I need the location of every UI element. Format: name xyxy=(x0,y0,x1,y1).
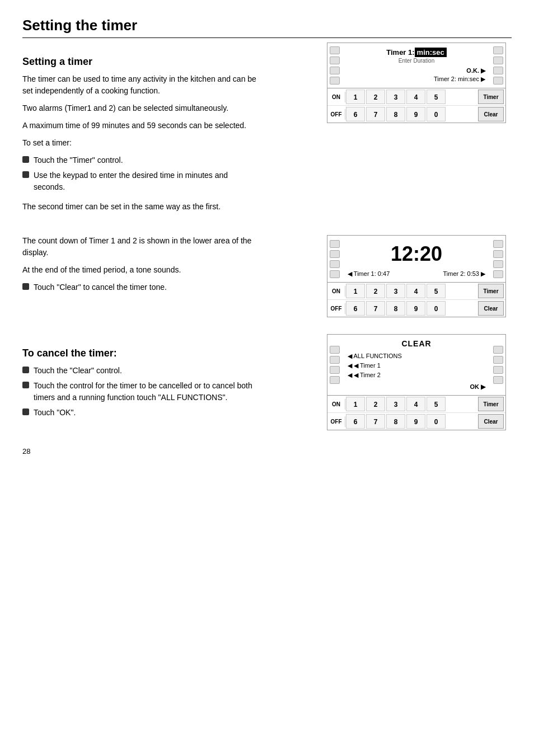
keypad-row-off-2: OFF 6 7 8 9 0 Clear xyxy=(327,300,505,317)
clear-button-1[interactable]: Clear xyxy=(478,107,504,121)
timer2-item[interactable]: ◀ Timer 2 xyxy=(348,372,485,379)
key-1[interactable]: 1 xyxy=(346,284,365,298)
bullet-icon xyxy=(22,382,29,388)
key-7[interactable]: 7 xyxy=(366,107,385,121)
side-controls-right-3 xyxy=(491,335,505,395)
side-button[interactable] xyxy=(493,67,503,74)
keypad-row-on-1: ON 1 2 3 4 5 Timer xyxy=(327,88,505,106)
section1-display: Timer 1:min:sec Enter Duration O.K. ▶ Ti… xyxy=(327,43,512,218)
key-2[interactable]: 2 xyxy=(366,397,385,411)
key-3[interactable]: 3 xyxy=(386,284,405,298)
section1-para1: The timer can be used to time any activi… xyxy=(22,73,257,97)
page-number: 28 xyxy=(22,447,512,456)
key-3[interactable]: 3 xyxy=(386,90,405,104)
timer-button-3[interactable]: Timer xyxy=(478,397,504,411)
ok-label-3[interactable]: OK ▶ xyxy=(348,383,485,391)
key-9[interactable]: 9 xyxy=(406,414,425,429)
side-button[interactable] xyxy=(330,260,340,268)
clear-button-3[interactable]: Clear xyxy=(478,414,504,429)
side-button[interactable] xyxy=(493,240,503,248)
key-5[interactable]: 5 xyxy=(427,90,446,104)
clear-button-2[interactable]: Clear xyxy=(478,301,504,316)
section1-para4: To set a timer: xyxy=(22,137,257,149)
on-label: ON xyxy=(327,399,345,410)
timer-button-2[interactable]: Timer xyxy=(478,284,504,298)
side-button[interactable] xyxy=(330,46,340,54)
timer2-label-1[interactable]: Timer 2: min:sec ▶ xyxy=(348,76,485,83)
key-3[interactable]: 3 xyxy=(386,397,405,411)
section3-display: CLEAR ALL FUNCTIONS ◀ Timer 1 ◀ Timer 2 … xyxy=(327,334,512,430)
display-panel-2: 12:20 Timer 1: 0:47 Timer 2: 0:53 xyxy=(327,235,506,283)
timer2-countdown[interactable]: Timer 2: 0:53 xyxy=(443,270,485,278)
side-button[interactable] xyxy=(493,270,503,278)
key-2[interactable]: 2 xyxy=(366,284,385,298)
side-button[interactable] xyxy=(493,366,503,374)
key-1[interactable]: 1 xyxy=(346,90,365,104)
section3-heading: To cancel the timer: xyxy=(22,348,316,359)
bullet-icon xyxy=(22,408,29,415)
timer1-label-highlight: min:sec xyxy=(415,48,447,57)
keypad-3: ON 1 2 3 4 5 Timer OFF 6 7 8 9 0 Clear xyxy=(327,396,506,430)
ok-label-1[interactable]: O.K. ▶ xyxy=(348,67,485,74)
side-button[interactable] xyxy=(493,346,503,354)
side-controls-left-2 xyxy=(327,236,342,282)
side-button[interactable] xyxy=(493,57,503,64)
side-button[interactable] xyxy=(330,67,340,74)
key-6[interactable]: 6 xyxy=(346,301,365,316)
key-6[interactable]: 6 xyxy=(346,414,365,429)
side-button[interactable] xyxy=(330,77,340,84)
display-panel-1: Timer 1:min:sec Enter Duration O.K. ▶ Ti… xyxy=(327,43,506,88)
side-button[interactable] xyxy=(330,57,340,64)
bullet-icon xyxy=(22,171,29,178)
side-button[interactable] xyxy=(493,356,503,364)
off-label: OFF xyxy=(327,303,345,314)
section2-para1: The count down of Timer 1 and 2 is shown… xyxy=(22,235,257,259)
key-0[interactable]: 0 xyxy=(427,414,446,429)
keypad-1: ON 1 2 3 4 5 Timer OFF 6 7 8 9 0 Clear xyxy=(327,88,506,123)
key-4[interactable]: 4 xyxy=(406,284,425,298)
side-button[interactable] xyxy=(493,260,503,268)
side-button[interactable] xyxy=(330,240,340,248)
side-button[interactable] xyxy=(493,376,503,384)
section1-bullet2: Use the keypad to enter the desired time… xyxy=(22,170,257,193)
key-4[interactable]: 4 xyxy=(406,397,425,411)
bullet-icon xyxy=(22,156,29,163)
section3-bullet2: Touch the control for the timer to be ca… xyxy=(22,380,257,403)
section-cancel-timer: To cancel the timer: Touch the "Clear" c… xyxy=(22,334,512,430)
side-button[interactable] xyxy=(493,77,503,84)
timer1-countdown[interactable]: Timer 1: 0:47 xyxy=(348,270,390,278)
key-9[interactable]: 9 xyxy=(406,301,425,316)
key-2[interactable]: 2 xyxy=(366,90,385,104)
side-button[interactable] xyxy=(330,366,340,374)
side-button[interactable] xyxy=(330,250,340,258)
on-label: ON xyxy=(327,286,345,297)
key-8[interactable]: 8 xyxy=(386,414,405,429)
key-8[interactable]: 8 xyxy=(386,301,405,316)
side-button[interactable] xyxy=(330,270,340,278)
screen-area-3: CLEAR ALL FUNCTIONS ◀ Timer 1 ◀ Timer 2 … xyxy=(342,335,491,395)
key-7[interactable]: 7 xyxy=(366,301,385,316)
section1-text: Setting a timer The timer can be used to… xyxy=(22,43,316,218)
key-5[interactable]: 5 xyxy=(427,397,446,411)
key-6[interactable]: 6 xyxy=(346,107,365,121)
key-5[interactable]: 5 xyxy=(427,284,446,298)
side-button[interactable] xyxy=(330,356,340,364)
section1-para3: A maximum time of 99 minutes and 59 seco… xyxy=(22,120,257,132)
key-4[interactable]: 4 xyxy=(406,90,425,104)
key-7[interactable]: 7 xyxy=(366,414,385,429)
side-button[interactable] xyxy=(493,46,503,54)
key-9[interactable]: 9 xyxy=(406,107,425,121)
key-8[interactable]: 8 xyxy=(386,107,405,121)
section3-bullet1: Touch the "Clear" control. xyxy=(22,365,257,377)
key-0[interactable]: 0 xyxy=(427,107,446,121)
side-button[interactable] xyxy=(330,346,340,354)
key-1[interactable]: 1 xyxy=(346,397,365,411)
side-button[interactable] xyxy=(330,376,340,384)
key-0[interactable]: 0 xyxy=(427,301,446,316)
side-button[interactable] xyxy=(493,250,503,258)
section2-text: The count down of Timer 1 and 2 is shown… xyxy=(22,235,316,317)
all-functions-item[interactable]: ALL FUNCTIONS xyxy=(348,353,485,360)
section1-heading: Setting a timer xyxy=(22,56,316,68)
timer-button-1[interactable]: Timer xyxy=(478,90,504,104)
timer1-item[interactable]: ◀ Timer 1 xyxy=(348,362,485,369)
